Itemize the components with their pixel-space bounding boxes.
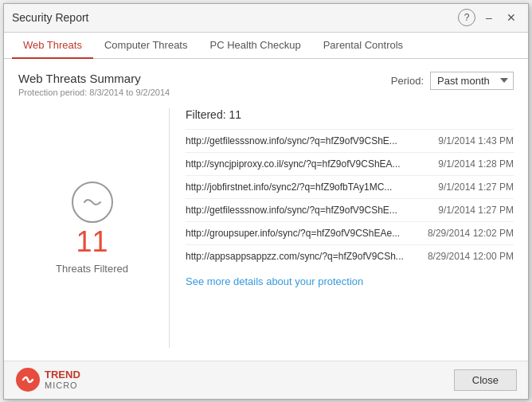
period-select[interactable]: Past month Past week Past day	[430, 72, 514, 90]
security-report-window: Security Report ? – ✕ Web Threats Comput…	[3, 3, 529, 400]
threat-time-2: 9/1/2014 1:28 PM	[418, 158, 514, 170]
threat-row: http://groupsuper.info/sync/?q=hfZ9ofV9C…	[186, 221, 514, 244]
threat-url-6: http://appsappsappzz.com/sync/?q=hfZ9ofV…	[186, 251, 418, 262]
content-area: Web Threats Summary Protection period: 8…	[4, 59, 528, 361]
threat-row: http://syncjpiproxy.co.il/sync/?q=hfZ9of…	[186, 152, 514, 175]
filtered-count: Filtered: 11	[186, 108, 514, 121]
threat-url-1: http://getfilesssnow.info/sync/?q=hfZ9of…	[186, 135, 418, 146]
summary-title: Web Threats Summary	[18, 72, 170, 85]
tab-bar: Web Threats Computer Threats PC Health C…	[4, 33, 528, 59]
threat-time-1: 9/1/2014 1:43 PM	[418, 135, 514, 146]
threat-url-2: http://syncjpiproxy.co.il/sync/?q=hfZ9of…	[186, 158, 418, 170]
threat-url-5: http://groupsuper.info/sync/?q=hfZ9ofV9C…	[186, 228, 418, 239]
trend-logo-icon	[15, 367, 41, 392]
threat-row: http://getfilesssnow.info/sync/?q=hfZ9of…	[186, 129, 514, 152]
threat-icon	[72, 181, 113, 223]
tab-computer-threats[interactable]: Computer Threats	[93, 33, 199, 59]
trend-sub: MICRO	[45, 381, 80, 390]
threat-url-3: http://jobfirstnet.info/sync2/?q=hfZ9ofb…	[186, 181, 418, 193]
threat-time-4: 9/1/2014 1:27 PM	[418, 205, 514, 216]
main-area: 11 Threats Filtered Filtered: 11 http://…	[18, 108, 514, 348]
protection-period: Protection period: 8/3/2014 to 9/2/2014	[18, 88, 170, 97]
close-window-button[interactable]: ✕	[503, 9, 520, 26]
threat-time-6: 8/29/2014 12:00 PM	[418, 251, 514, 262]
see-more-link[interactable]: See more details about your protection	[186, 275, 514, 287]
footer: TREND MICRO Close	[4, 361, 528, 399]
threats-list-panel: Filtered: 11 http://getfilesssnow.info/s…	[173, 108, 514, 348]
threat-time-3: 9/1/2014 1:27 PM	[418, 181, 514, 193]
trend-logo-text: TREND MICRO	[45, 369, 80, 390]
threat-url-4: http://getfilesssnow.info/sync/?q=hfZ9of…	[186, 205, 418, 216]
summary-title-block: Web Threats Summary Protection period: 8…	[18, 72, 170, 97]
tab-web-threats[interactable]: Web Threats	[12, 33, 93, 59]
summary-header: Web Threats Summary Protection period: 8…	[18, 72, 514, 97]
title-bar-controls: ? – ✕	[458, 9, 520, 26]
threat-row: http://jobfirstnet.info/sync2/?q=hfZ9ofb…	[186, 175, 514, 198]
title-bar-left: Security Report	[12, 11, 88, 24]
trend-micro-logo: TREND MICRO	[15, 367, 80, 392]
period-control: Period: Past month Past week Past day	[391, 72, 514, 90]
threat-row: http://appsappsappzz.com/sync/?q=hfZ9ofV…	[186, 244, 514, 267]
minimize-button[interactable]: –	[480, 9, 498, 26]
vertical-divider	[169, 108, 170, 348]
threats-label: Threats Filtered	[56, 263, 128, 275]
title-bar: Security Report ? – ✕	[4, 4, 528, 33]
tab-pc-health-checkup[interactable]: PC Health Checkup	[198, 33, 311, 59]
threats-count-row: 11	[76, 228, 108, 256]
close-button[interactable]: Close	[454, 369, 517, 391]
tab-parental-controls[interactable]: Parental Controls	[312, 33, 414, 59]
window-title: Security Report	[12, 11, 88, 24]
threat-row: http://getfilesssnow.info/sync/?q=hfZ9of…	[186, 198, 514, 221]
threat-time-5: 8/29/2014 12:02 PM	[418, 228, 514, 239]
period-label: Period:	[391, 75, 424, 87]
threats-summary-panel: 11 Threats Filtered	[18, 108, 166, 348]
threats-count: 11	[76, 228, 108, 256]
trend-brand: TREND	[45, 369, 80, 381]
help-button[interactable]: ?	[458, 9, 475, 26]
